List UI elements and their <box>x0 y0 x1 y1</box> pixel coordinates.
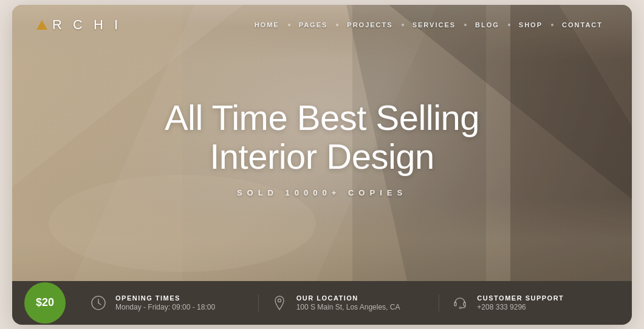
svg-point-11 <box>278 299 281 302</box>
info-item-opening-times: OPENING TIMES Monday - Friday: 09:00 - 1… <box>78 294 259 311</box>
nav-link-pages[interactable]: PAGES <box>294 19 333 31</box>
nav-links: HOME PAGES PROJECTS SERVICES BLOG <box>250 19 608 31</box>
nav-item-services[interactable]: SERVICES <box>408 19 461 31</box>
info-text-support: CUSTOMER SUPPORT +208 333 9296 <box>477 294 564 311</box>
hero-title-line2: Interior Design <box>210 137 434 176</box>
hero-section: R C H I HOME PAGES PROJECTS SERVICES <box>12 5 632 281</box>
browser-window: R C H I HOME PAGES PROJECTS SERVICES <box>12 5 632 325</box>
support-value: +208 333 9296 <box>477 303 564 311</box>
nav-link-home[interactable]: HOME <box>250 19 284 31</box>
nav-link-blog[interactable]: BLOG <box>470 19 504 31</box>
clock-icon <box>90 294 107 311</box>
nav-dot-4 <box>463 24 468 26</box>
nav-dot-6 <box>550 24 555 26</box>
svg-point-14 <box>459 307 461 308</box>
nav-dot-5 <box>507 24 512 26</box>
bottom-bar: $20 OPENING TIMES Monday - Friday: 09:00… <box>12 281 632 325</box>
info-item-support: CUSTOMER SUPPORT +208 333 9296 <box>439 294 620 311</box>
location-icon <box>271 294 288 311</box>
opening-times-value: Monday - Friday: 09:00 - 18:00 <box>115 303 215 311</box>
nav-item-blog[interactable]: BLOG <box>470 19 504 31</box>
nav-item-projects[interactable]: PROJECTS <box>342 19 397 31</box>
logo-triangle-icon <box>36 20 47 30</box>
hero-subtitle: SOLD 10000+ COPIES <box>74 188 570 197</box>
info-text-location: OUR LOCATION 100 S Main St, Los Angeles,… <box>296 294 400 311</box>
nav-dot-3 <box>400 24 405 26</box>
navbar: R C H I HOME PAGES PROJECTS SERVICES <box>12 5 632 45</box>
hero-content: All Time Best Selling Interior Design SO… <box>74 98 570 197</box>
support-label: CUSTOMER SUPPORT <box>477 294 564 302</box>
hero-title: All Time Best Selling Interior Design <box>74 98 570 176</box>
nav-link-contact[interactable]: CONTACT <box>557 19 608 31</box>
nav-link-shop[interactable]: SHOP <box>514 19 547 31</box>
info-item-location: OUR LOCATION 100 S Main St, Los Angeles,… <box>259 294 440 311</box>
headset-icon <box>451 294 468 311</box>
info-text-opening-times: OPENING TIMES Monday - Friday: 09:00 - 1… <box>115 294 215 311</box>
nav-dot-1 <box>287 24 292 26</box>
logo: R C H I <box>36 17 122 33</box>
price-badge: $20 <box>24 282 66 324</box>
nav-item-pages[interactable]: PAGES <box>294 19 333 31</box>
nav-item-contact[interactable]: CONTACT <box>557 19 608 31</box>
nav-link-services[interactable]: SERVICES <box>408 19 461 31</box>
nav-item-shop[interactable]: SHOP <box>514 19 547 31</box>
hero-title-line1: All Time Best Selling <box>165 98 479 137</box>
svg-line-10 <box>98 303 101 305</box>
logo-text: R C H I <box>52 17 122 33</box>
nav-link-projects[interactable]: PROJECTS <box>342 19 397 31</box>
location-label: OUR LOCATION <box>296 294 400 302</box>
nav-dot-2 <box>335 24 340 26</box>
opening-times-label: OPENING TIMES <box>115 294 215 302</box>
nav-item-home[interactable]: HOME <box>250 19 284 31</box>
location-value: 100 S Main St, Los Angeles, CA <box>296 303 400 311</box>
